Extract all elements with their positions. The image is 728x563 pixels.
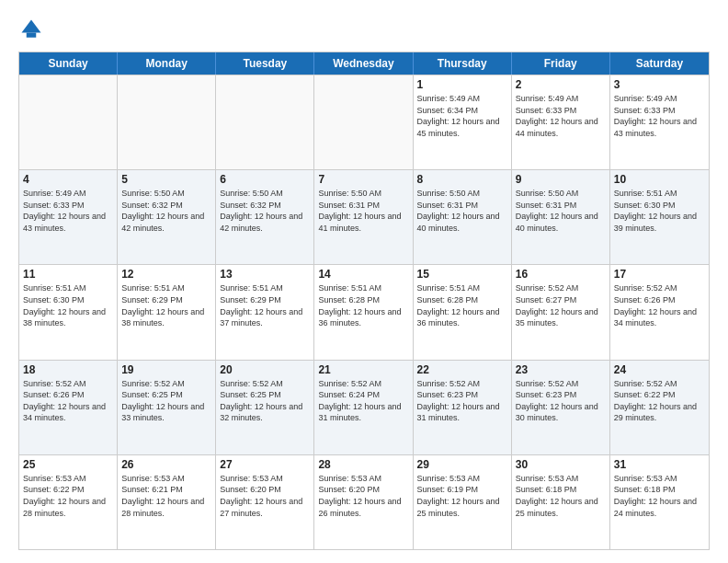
day-number: 23	[516, 363, 606, 376]
calendar-cell: 2Sunrise: 5:49 AM Sunset: 6:33 PM Daylig…	[512, 75, 610, 169]
day-number: 3	[614, 78, 705, 91]
logo	[18, 17, 48, 42]
day-number: 19	[121, 363, 211, 376]
calendar-cell: 28Sunrise: 5:53 AM Sunset: 6:20 PM Dayli…	[314, 455, 413, 549]
day-info: Sunrise: 5:53 AM Sunset: 6:22 PM Dayligh…	[23, 473, 113, 519]
day-info: Sunrise: 5:49 AM Sunset: 6:33 PM Dayligh…	[614, 93, 705, 139]
day-info: Sunrise: 5:53 AM Sunset: 6:20 PM Dayligh…	[318, 473, 408, 519]
day-number: 15	[417, 268, 507, 281]
weekday-header: Saturday	[610, 52, 709, 75]
day-number: 25	[23, 458, 113, 471]
day-number: 4	[23, 173, 113, 186]
day-info: Sunrise: 5:51 AM Sunset: 6:28 PM Dayligh…	[318, 282, 408, 328]
day-number: 13	[220, 268, 310, 281]
day-info: Sunrise: 5:51 AM Sunset: 6:28 PM Dayligh…	[417, 282, 507, 328]
weekday-header: Friday	[512, 52, 610, 75]
calendar-cell: 13Sunrise: 5:51 AM Sunset: 6:29 PM Dayli…	[216, 265, 314, 359]
calendar-row: 1Sunrise: 5:49 AM Sunset: 6:34 PM Daylig…	[19, 75, 709, 169]
day-info: Sunrise: 5:51 AM Sunset: 6:29 PM Dayligh…	[121, 282, 211, 328]
calendar-cell: 31Sunrise: 5:53 AM Sunset: 6:18 PM Dayli…	[610, 455, 709, 549]
logo-icon	[18, 17, 44, 42]
calendar: SundayMondayTuesdayWednesdayThursdayFrid…	[18, 52, 710, 550]
calendar-cell: 15Sunrise: 5:51 AM Sunset: 6:28 PM Dayli…	[414, 265, 512, 359]
calendar-cell: 23Sunrise: 5:52 AM Sunset: 6:23 PM Dayli…	[512, 361, 610, 454]
day-number: 26	[121, 458, 211, 471]
weekday-header: Sunday	[19, 52, 118, 75]
calendar-cell: 22Sunrise: 5:52 AM Sunset: 6:23 PM Dayli…	[414, 361, 512, 454]
calendar-cell: 20Sunrise: 5:52 AM Sunset: 6:25 PM Dayli…	[216, 361, 314, 454]
day-info: Sunrise: 5:53 AM Sunset: 6:18 PM Dayligh…	[614, 473, 705, 519]
weekday-header: Thursday	[414, 52, 512, 75]
day-number: 20	[220, 363, 310, 376]
day-number: 2	[516, 78, 606, 91]
calendar-cell	[314, 75, 413, 169]
day-info: Sunrise: 5:52 AM Sunset: 6:25 PM Dayligh…	[121, 378, 211, 424]
calendar-cell	[216, 75, 314, 169]
calendar-row: 11Sunrise: 5:51 AM Sunset: 6:30 PM Dayli…	[19, 264, 709, 359]
day-number: 31	[614, 458, 705, 471]
day-number: 12	[121, 268, 211, 281]
calendar-cell: 7Sunrise: 5:50 AM Sunset: 6:31 PM Daylig…	[314, 170, 413, 264]
calendar-cell: 8Sunrise: 5:50 AM Sunset: 6:31 PM Daylig…	[414, 170, 512, 264]
calendar-cell: 27Sunrise: 5:53 AM Sunset: 6:20 PM Dayli…	[216, 455, 314, 549]
day-info: Sunrise: 5:53 AM Sunset: 6:21 PM Dayligh…	[121, 473, 211, 519]
calendar-cell: 26Sunrise: 5:53 AM Sunset: 6:21 PM Dayli…	[118, 455, 216, 549]
day-info: Sunrise: 5:52 AM Sunset: 6:23 PM Dayligh…	[516, 378, 606, 424]
day-info: Sunrise: 5:50 AM Sunset: 6:31 PM Dayligh…	[516, 188, 606, 234]
calendar-cell: 24Sunrise: 5:52 AM Sunset: 6:22 PM Dayli…	[610, 361, 709, 454]
calendar-cell: 3Sunrise: 5:49 AM Sunset: 6:33 PM Daylig…	[610, 75, 709, 169]
day-number: 29	[417, 458, 507, 471]
calendar-cell: 12Sunrise: 5:51 AM Sunset: 6:29 PM Dayli…	[118, 265, 216, 359]
day-info: Sunrise: 5:53 AM Sunset: 6:19 PM Dayligh…	[417, 473, 507, 519]
day-number: 18	[23, 363, 113, 376]
calendar-cell	[19, 75, 118, 169]
day-info: Sunrise: 5:51 AM Sunset: 6:29 PM Dayligh…	[220, 282, 310, 328]
day-info: Sunrise: 5:49 AM Sunset: 6:33 PM Dayligh…	[23, 188, 113, 234]
day-info: Sunrise: 5:52 AM Sunset: 6:24 PM Dayligh…	[318, 378, 408, 424]
calendar-cell: 5Sunrise: 5:50 AM Sunset: 6:32 PM Daylig…	[118, 170, 216, 264]
day-number: 28	[318, 458, 408, 471]
day-number: 7	[318, 173, 408, 186]
day-number: 10	[614, 173, 705, 186]
day-info: Sunrise: 5:51 AM Sunset: 6:30 PM Dayligh…	[23, 282, 113, 328]
calendar-cell: 17Sunrise: 5:52 AM Sunset: 6:26 PM Dayli…	[610, 265, 709, 359]
weekday-header: Wednesday	[314, 52, 413, 75]
day-number: 21	[318, 363, 408, 376]
calendar-row: 25Sunrise: 5:53 AM Sunset: 6:22 PM Dayli…	[19, 454, 709, 549]
svg-marker-0	[22, 20, 41, 33]
calendar-cell: 29Sunrise: 5:53 AM Sunset: 6:19 PM Dayli…	[414, 455, 512, 549]
calendar-row: 18Sunrise: 5:52 AM Sunset: 6:26 PM Dayli…	[19, 360, 709, 454]
day-info: Sunrise: 5:53 AM Sunset: 6:18 PM Dayligh…	[516, 473, 606, 519]
day-info: Sunrise: 5:50 AM Sunset: 6:31 PM Dayligh…	[318, 188, 408, 234]
header	[18, 17, 710, 42]
day-info: Sunrise: 5:53 AM Sunset: 6:20 PM Dayligh…	[220, 473, 310, 519]
calendar-cell: 1Sunrise: 5:49 AM Sunset: 6:34 PM Daylig…	[414, 75, 512, 169]
calendar-header: SundayMondayTuesdayWednesdayThursdayFrid…	[19, 52, 709, 75]
calendar-cell: 4Sunrise: 5:49 AM Sunset: 6:33 PM Daylig…	[19, 170, 118, 264]
calendar-cell: 30Sunrise: 5:53 AM Sunset: 6:18 PM Dayli…	[512, 455, 610, 549]
day-info: Sunrise: 5:50 AM Sunset: 6:32 PM Dayligh…	[220, 188, 310, 234]
day-number: 22	[417, 363, 507, 376]
day-number: 6	[220, 173, 310, 186]
calendar-cell: 25Sunrise: 5:53 AM Sunset: 6:22 PM Dayli…	[19, 455, 118, 549]
calendar-cell: 14Sunrise: 5:51 AM Sunset: 6:28 PM Dayli…	[314, 265, 413, 359]
calendar-cell: 18Sunrise: 5:52 AM Sunset: 6:26 PM Dayli…	[19, 361, 118, 454]
day-number: 1	[417, 78, 507, 91]
day-number: 24	[614, 363, 705, 376]
day-info: Sunrise: 5:52 AM Sunset: 6:23 PM Dayligh…	[417, 378, 507, 424]
day-number: 16	[516, 268, 606, 281]
calendar-cell: 10Sunrise: 5:51 AM Sunset: 6:30 PM Dayli…	[610, 170, 709, 264]
day-number: 27	[220, 458, 310, 471]
calendar-cell: 11Sunrise: 5:51 AM Sunset: 6:30 PM Dayli…	[19, 265, 118, 359]
calendar-row: 4Sunrise: 5:49 AM Sunset: 6:33 PM Daylig…	[19, 169, 709, 264]
day-number: 17	[614, 268, 705, 281]
day-number: 14	[318, 268, 408, 281]
calendar-cell: 19Sunrise: 5:52 AM Sunset: 6:25 PM Dayli…	[118, 361, 216, 454]
day-info: Sunrise: 5:50 AM Sunset: 6:31 PM Dayligh…	[417, 188, 507, 234]
calendar-cell: 6Sunrise: 5:50 AM Sunset: 6:32 PM Daylig…	[216, 170, 314, 264]
svg-rect-1	[27, 33, 37, 38]
calendar-cell: 21Sunrise: 5:52 AM Sunset: 6:24 PM Dayli…	[314, 361, 413, 454]
day-number: 5	[121, 173, 211, 186]
calendar-body: 1Sunrise: 5:49 AM Sunset: 6:34 PM Daylig…	[19, 75, 709, 549]
weekday-header: Tuesday	[216, 52, 314, 75]
